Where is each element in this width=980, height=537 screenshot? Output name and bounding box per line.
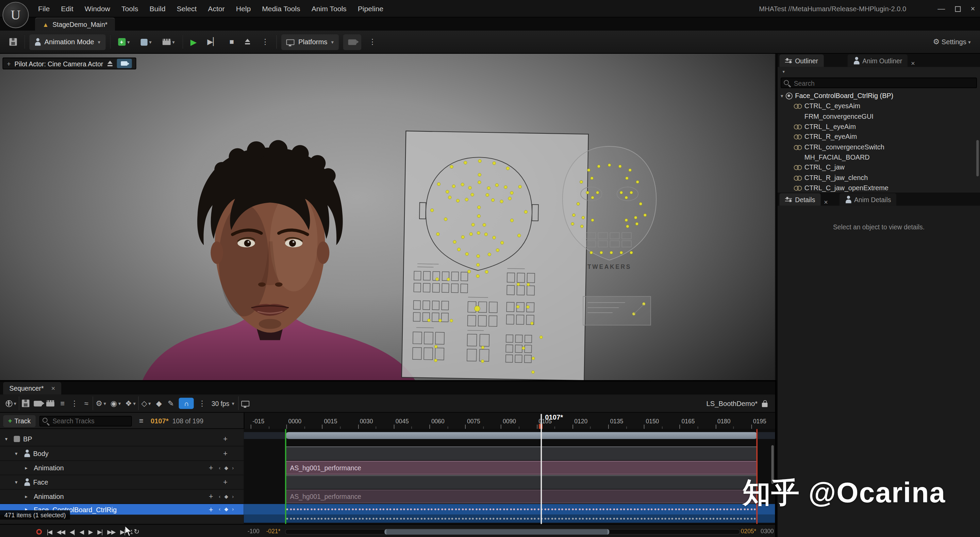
keyframe[interactable] <box>293 518 295 519</box>
keyframe[interactable] <box>383 518 385 519</box>
step-forward-button[interactable]: ▶| <box>97 529 102 535</box>
control-dot[interactable] <box>457 248 461 251</box>
keyframe[interactable] <box>534 518 536 519</box>
keyframe[interactable] <box>565 518 567 519</box>
browse-sequences-button[interactable]: ≡ <box>57 397 68 410</box>
keyframe[interactable] <box>328 518 329 519</box>
control-dot[interactable] <box>500 200 503 203</box>
body-section-bar[interactable] <box>286 446 757 460</box>
menu-select[interactable]: Select <box>171 0 202 18</box>
keyframe[interactable] <box>465 508 467 510</box>
track-search[interactable] <box>40 416 132 426</box>
keyframe[interactable] <box>682 508 684 510</box>
keyframe[interactable] <box>465 518 467 519</box>
control-dot[interactable] <box>481 346 484 349</box>
control-dot[interactable] <box>506 167 509 170</box>
keyframe[interactable] <box>568 518 570 519</box>
control-dot[interactable] <box>504 185 508 189</box>
control-dot[interactable] <box>447 278 450 281</box>
lock-icon[interactable] <box>762 402 768 407</box>
keyframe[interactable] <box>496 508 498 510</box>
keyframe[interactable] <box>403 518 405 519</box>
stop-button[interactable]: ■ <box>226 34 237 50</box>
keyframe[interactable] <box>716 518 718 519</box>
keyframe[interactable] <box>644 518 646 519</box>
keyframe[interactable] <box>500 508 501 510</box>
control-dot[interactable] <box>635 222 638 225</box>
keyframe[interactable] <box>548 508 550 510</box>
keyframe[interactable] <box>699 518 701 519</box>
keyframe[interactable] <box>589 508 591 510</box>
keyframe[interactable] <box>623 508 625 510</box>
keyframe[interactable] <box>486 508 488 510</box>
control-dot[interactable] <box>476 274 480 278</box>
keyframe[interactable] <box>730 508 732 510</box>
keyframe[interactable] <box>713 508 715 510</box>
keyframe[interactable] <box>637 518 639 519</box>
menu-file[interactable]: File <box>33 0 56 18</box>
menu-help[interactable]: Help <box>230 0 256 18</box>
keyframe[interactable] <box>575 518 577 519</box>
control-dot[interactable] <box>450 319 453 322</box>
keyframe[interactable] <box>702 518 704 519</box>
keyframe[interactable] <box>355 518 357 519</box>
keyframe[interactable] <box>627 508 628 510</box>
viewport[interactable]: TWEAKERS + Pilot Actor: Cine Camera Acto… <box>0 54 775 380</box>
control-dot[interactable] <box>619 165 622 168</box>
keyframe[interactable] <box>630 508 632 510</box>
keyframe[interactable] <box>441 508 443 510</box>
keyframe[interactable] <box>633 518 635 519</box>
keyframe[interactable] <box>461 518 464 519</box>
keyframe[interactable] <box>737 518 738 519</box>
keyframe[interactable] <box>603 508 605 510</box>
keyframe[interactable] <box>438 508 439 510</box>
keyframe[interactable] <box>695 518 697 519</box>
keyframe[interactable] <box>313 518 316 519</box>
keyframe[interactable] <box>386 508 388 510</box>
key-navigation-controls[interactable]: ‹ ◆ › <box>219 507 235 512</box>
control-dot[interactable] <box>491 198 495 202</box>
control-dot[interactable] <box>591 218 594 221</box>
control-dot[interactable] <box>628 169 632 172</box>
keyframe[interactable] <box>740 518 742 519</box>
keyframe[interactable] <box>406 508 409 510</box>
control-dot[interactable] <box>644 214 647 217</box>
keyframe[interactable] <box>424 508 426 510</box>
keyframe[interactable] <box>709 508 711 510</box>
jump-to-end-button[interactable]: ▶| <box>120 529 125 535</box>
keyframe[interactable] <box>534 508 536 510</box>
keyframe[interactable] <box>651 518 653 519</box>
keyframe[interactable] <box>458 518 460 519</box>
keyframe[interactable] <box>716 508 718 510</box>
control-dot[interactable] <box>586 191 589 194</box>
keyframe[interactable] <box>455 518 457 519</box>
keyframe[interactable] <box>695 508 697 510</box>
control-dot[interactable] <box>477 206 480 209</box>
control-dot[interactable] <box>634 216 637 219</box>
keyframe[interactable] <box>706 518 708 519</box>
thumbnail-button[interactable] <box>239 397 251 410</box>
keyframe[interactable] <box>616 518 619 519</box>
keyframe[interactable] <box>548 518 550 519</box>
control-dot[interactable] <box>471 223 475 226</box>
keyframe[interactable] <box>740 508 742 510</box>
keyframe[interactable] <box>506 508 508 510</box>
control-dot[interactable] <box>483 223 486 227</box>
control-dot[interactable] <box>484 233 488 236</box>
keyframe[interactable] <box>475 518 477 519</box>
save-sequence-button[interactable] <box>20 397 31 410</box>
outliner-scrollbar[interactable] <box>976 140 978 177</box>
render-movie-button[interactable] <box>44 397 56 410</box>
keyframe[interactable] <box>730 518 732 519</box>
control-dot[interactable] <box>625 177 628 180</box>
keyframe[interactable] <box>355 508 357 510</box>
playback-options-dropdown[interactable]: ❖▾ <box>124 397 138 410</box>
keyframe[interactable] <box>641 508 643 510</box>
platforms-dropdown[interactable]: Platforms ▾ <box>281 34 339 50</box>
keyframe[interactable] <box>365 518 368 519</box>
keyframe[interactable] <box>444 518 446 519</box>
control-dot[interactable] <box>471 193 474 196</box>
keyframe[interactable] <box>630 518 632 519</box>
ctrlrig-channel-row[interactable] <box>244 515 775 523</box>
current-frame[interactable]: 0107* <box>151 417 169 425</box>
